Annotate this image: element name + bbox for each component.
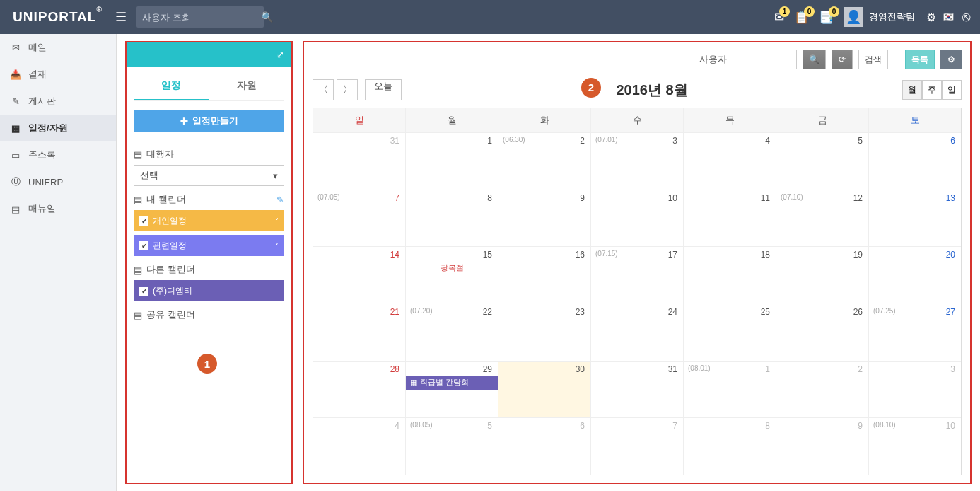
clipboard-badge: 0 <box>829 6 839 17</box>
calendar-day-cell[interactable]: 3 <box>869 362 961 418</box>
calendar-event[interactable]: ▦ 직급별 간담회 <box>406 376 498 390</box>
view-week-button[interactable]: 주 <box>922 80 942 100</box>
calendar-day-cell[interactable]: 31 <box>313 133 406 190</box>
calendar-day-cell[interactable]: 2 <box>776 362 869 418</box>
calendar-day-cell[interactable]: 14 <box>313 247 406 304</box>
calendar-day-cell[interactable]: 6 <box>869 133 961 190</box>
calendar-day-cell[interactable]: 29▦ 직급별 간담회 <box>406 362 498 418</box>
avatar[interactable]: 👤 <box>844 7 863 27</box>
view-day-button[interactable]: 일 <box>942 80 962 100</box>
calendar-day-cell[interactable]: 13 <box>869 190 961 247</box>
calendar-day-cell[interactable]: 5 <box>776 133 869 190</box>
tab-schedule[interactable]: 일정 <box>134 72 209 100</box>
calendar-day-cell[interactable]: 3(07.01) <box>591 133 684 190</box>
nav-approval[interactable]: 📥결재 <box>0 61 116 88</box>
plus-icon: ✚ <box>180 116 188 127</box>
calendar-day-cell[interactable]: 15광복절 <box>406 247 498 304</box>
header-clipboard-icon[interactable]: 📑0 <box>819 10 834 25</box>
calendar-day-cell[interactable]: 28 <box>313 362 406 418</box>
locale-flag-icon[interactable]: 🇰🇷 <box>943 12 954 22</box>
nav-board[interactable]: ✎게시판 <box>0 88 116 115</box>
user-filter-input[interactable] <box>737 50 797 69</box>
cal-item-related[interactable]: ✔ 관련일정 ˅ <box>134 235 284 256</box>
calendar-day-cell[interactable]: 2(06.30) <box>498 133 591 190</box>
calendar-day-cell[interactable]: 26 <box>776 304 869 361</box>
calendar-day-cell[interactable]: 10(08.10) <box>869 418 961 475</box>
chevron-down-icon[interactable]: ˅ <box>275 242 279 250</box>
menu-toggle-icon[interactable]: ☰ <box>115 9 136 25</box>
day-number: 28 <box>390 364 399 374</box>
calendar-day-cell[interactable]: 23 <box>498 304 591 361</box>
calendar-day-cell[interactable]: 30 <box>498 362 591 418</box>
calendar-day-cell[interactable]: 10 <box>591 190 684 247</box>
calendar-day-cell[interactable]: 31 <box>591 362 684 418</box>
checkbox-icon[interactable]: ✔ <box>139 287 148 296</box>
checkbox-icon[interactable]: ✔ <box>139 216 148 226</box>
user-search-box[interactable]: 🔍 <box>136 6 264 28</box>
cal-item-personal[interactable]: ✔ 개인일정 ˅ <box>134 210 284 231</box>
prev-month-button[interactable]: 〈 <box>313 79 334 100</box>
calendar-day-cell[interactable]: 4 <box>313 418 406 475</box>
calendar-day-cell[interactable]: 25 <box>684 304 776 361</box>
lunar-date: (07.20) <box>410 307 433 315</box>
user-refresh-button[interactable]: ⟳ <box>832 50 853 69</box>
header-mail-icon[interactable]: ✉1 <box>774 10 784 25</box>
callout-badge-1: 1 <box>197 354 217 374</box>
list-view-button[interactable]: 목록 <box>905 50 935 69</box>
calendar-day-cell[interactable]: 1(08.01) <box>684 362 776 418</box>
calendar-week-row: 45(08.05)678910(08.10) <box>313 417 961 475</box>
calendar-day-cell[interactable]: 11 <box>684 190 776 247</box>
next-month-button[interactable]: 〉 <box>337 79 358 100</box>
user-search-button[interactable]: 🔍 <box>803 50 826 69</box>
cal-item-company[interactable]: ✔ (주)디엠티 <box>134 280 284 301</box>
logout-icon[interactable]: ⎋ <box>962 9 970 25</box>
tab-resource[interactable]: 자원 <box>209 72 285 100</box>
nav-schedule[interactable]: ▦일정/자원 <box>0 115 116 141</box>
search-button[interactable]: 검색 <box>858 50 888 69</box>
schedule-sidebar-panel: ⤢ 일정 자원 ✚ 일정만들기 ▤대행자 선택 ▾ ▤내 캘린더✎ ✔ <box>125 41 293 484</box>
user-filter-label: 사용자 <box>699 53 727 66</box>
calendar-day-cell[interactable]: 19 <box>776 247 869 304</box>
calendar-day-cell[interactable]: 4 <box>684 133 776 190</box>
calendar-day-cell[interactable]: 8 <box>684 418 776 475</box>
calendar-day-cell[interactable]: 1 <box>406 133 498 190</box>
dow-cell: 목 <box>684 108 776 132</box>
left-nav: ✉메일 📥결재 ✎게시판 ▦일정/자원 ▭주소록 ⓊUNIERP ▤매뉴얼 <box>0 34 117 491</box>
nav-unierp[interactable]: ⓊUNIERP <box>0 168 116 195</box>
edit-calendar-icon[interactable]: ✎ <box>276 195 284 205</box>
calendar-day-cell[interactable]: 5(08.05) <box>406 418 498 475</box>
calendar-day-cell[interactable]: 21 <box>313 304 406 361</box>
calendar-day-cell[interactable]: 17(07.15) <box>591 247 684 304</box>
calendar-settings-button[interactable]: ⚙ <box>940 50 962 69</box>
create-schedule-button[interactable]: ✚ 일정만들기 <box>134 110 284 132</box>
calendar-day-cell[interactable]: 27(07.25) <box>869 304 961 361</box>
search-icon[interactable]: 🔍 <box>261 11 273 23</box>
calendar-day-cell[interactable]: 18 <box>684 247 776 304</box>
calendar-day-cell[interactable]: 20 <box>869 247 961 304</box>
day-number: 6 <box>580 421 585 431</box>
calendar-day-cell[interactable]: 7 <box>591 418 684 475</box>
day-number: 7 <box>395 193 399 203</box>
chevron-down-icon[interactable]: ˅ <box>275 217 279 225</box>
calendar-day-cell[interactable]: 6 <box>498 418 591 475</box>
calendar-day-cell[interactable]: 22(07.20) <box>406 304 498 361</box>
calendar-day-cell[interactable]: 24 <box>591 304 684 361</box>
header-approval-icon[interactable]: 📋0 <box>794 10 809 25</box>
checkbox-icon[interactable]: ✔ <box>139 241 148 250</box>
today-button[interactable]: 오늘 <box>365 79 402 100</box>
calendar-day-cell[interactable]: 9 <box>776 418 869 475</box>
user-search-input[interactable] <box>142 12 261 23</box>
proxy-select[interactable]: 선택 ▾ <box>134 165 284 186</box>
calendar-day-cell[interactable]: 8 <box>406 190 498 247</box>
nav-manual[interactable]: ▤매뉴얼 <box>0 195 116 222</box>
calendar-day-cell[interactable]: 9 <box>498 190 591 247</box>
calendar-day-cell[interactable]: 12(07.10) <box>776 190 869 247</box>
nav-contacts[interactable]: ▭주소록 <box>0 141 116 168</box>
collapse-icon[interactable]: ⤢ <box>276 50 284 60</box>
calendar-day-cell[interactable]: 7(07.05) <box>313 190 406 247</box>
calendar-day-cell[interactable]: 16 <box>498 247 591 304</box>
nav-mail[interactable]: ✉메일 <box>0 34 116 61</box>
settings-icon[interactable]: ⚙ <box>926 11 936 24</box>
day-number: 12 <box>853 193 863 203</box>
view-month-button[interactable]: 월 <box>902 80 922 100</box>
